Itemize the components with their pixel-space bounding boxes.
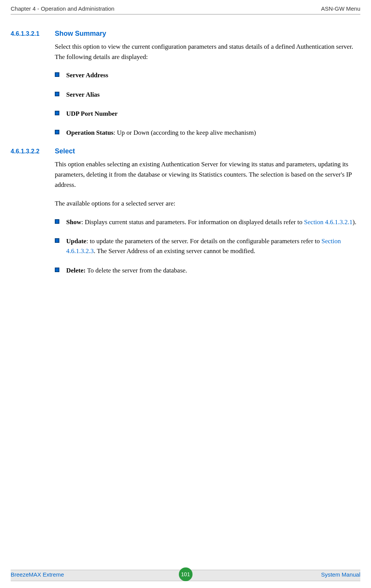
footer-manual: System Manual — [321, 571, 360, 578]
bullet-text: UDP Port Number — [66, 109, 118, 119]
list-item: Delete: To delete the server from the da… — [55, 266, 360, 276]
section-intro: This option enables selecting an existin… — [55, 159, 360, 190]
page-footer: BreezeMAX Extreme 101 System Manual — [0, 567, 371, 581]
list-item: Operation Status: Up or Down (according … — [55, 128, 360, 138]
page-content: 4.6.1.3.2.1 Show Summary Select this opt… — [0, 14, 371, 276]
section-intro: Select this option to view the current c… — [55, 41, 360, 62]
section-intro2: The available options for a selected ser… — [55, 198, 360, 209]
bullet-text: Server Address — [66, 70, 108, 80]
bullet-icon — [55, 130, 59, 134]
bullet-icon — [55, 238, 59, 243]
section-link[interactable]: Section 4.6.1.3.2.1 — [304, 218, 353, 226]
bullet-text: Delete: To delete the server from the da… — [66, 266, 187, 276]
section-heading: 4.6.1.3.2.1 Show Summary — [11, 30, 360, 38]
section-number: 4.6.1.3.2.2 — [11, 148, 55, 155]
header-menu: ASN-GW Menu — [321, 5, 360, 12]
list-item: Server Alias — [55, 90, 360, 100]
list-item: Show: Displays current status and parame… — [55, 217, 360, 227]
bullet-text: Update: to update the parameters of the … — [66, 236, 360, 257]
bullet-text: Operation Status: Up or Down (according … — [66, 128, 256, 138]
bullet-icon — [55, 72, 59, 77]
bullet-icon — [55, 111, 59, 115]
bullet-text: Show: Displays current status and parame… — [66, 217, 357, 227]
page-number: 101 — [179, 567, 193, 581]
list-item: Update: to update the parameters of the … — [55, 236, 360, 257]
section-title: Select — [55, 147, 75, 155]
header-chapter: Chapter 4 - Operation and Administration — [11, 5, 115, 12]
bullet-icon — [55, 268, 59, 272]
section-heading: 4.6.1.3.2.2 Select — [11, 147, 360, 155]
footer-page-badge: 101 — [179, 567, 193, 581]
bullet-icon — [55, 219, 59, 224]
list-item: Server Address — [55, 70, 360, 80]
section-number: 4.6.1.3.2.1 — [11, 30, 55, 37]
section-title: Show Summary — [55, 30, 106, 38]
footer-product: BreezeMAX Extreme — [11, 571, 64, 578]
page-header: Chapter 4 - Operation and Administration… — [0, 0, 371, 14]
bullet-text: Server Alias — [66, 90, 100, 100]
bullet-icon — [55, 92, 59, 96]
list-item: UDP Port Number — [55, 109, 360, 119]
